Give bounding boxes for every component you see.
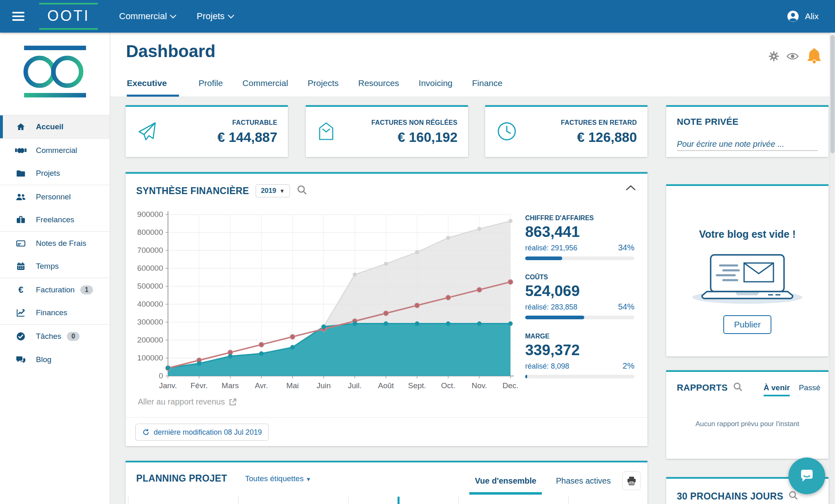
eye-icon[interactable]	[786, 52, 799, 62]
progress-bar	[525, 375, 634, 378]
labels-filter-dropdown[interactable]: Toutes étiquettes ▼	[245, 474, 311, 483]
search-icon[interactable]	[296, 184, 308, 197]
planning-tab-phases-actives[interactable]: Phases actives	[556, 476, 611, 495]
avatar	[787, 10, 799, 22]
printer-icon	[627, 476, 636, 486]
timeline-year-2021: 2021	[568, 497, 588, 504]
chevron-down-icon	[228, 12, 234, 18]
svg-text:Mai: Mai	[286, 381, 299, 390]
user-menu[interactable]: Alix	[787, 10, 819, 22]
tab-resources[interactable]: Resources	[358, 78, 399, 97]
svg-text:500000: 500000	[137, 282, 163, 290]
briefcase-icon	[15, 215, 27, 225]
stat-couts: COÛTS 524,069 réalisé: 283,85854%	[525, 274, 634, 319]
kpi-label: FACTURES NON RÉGLÉES	[342, 119, 457, 126]
laptop-mail-illustration	[688, 252, 806, 305]
users-icon	[15, 192, 27, 201]
comments-icon	[15, 355, 27, 364]
last-modified-badge: dernière modification 08 Jul 2019	[135, 424, 269, 441]
external-link-icon	[229, 398, 237, 406]
sidebar-item-commercial[interactable]: Commercial	[0, 139, 110, 162]
rapports-tab-passe[interactable]: Passé	[799, 383, 820, 396]
collapse-chevron-up-icon[interactable]	[625, 184, 636, 192]
nav-menu-commercial[interactable]: Commercial	[119, 11, 175, 22]
sidebar-item-finances[interactable]: Finances	[0, 301, 110, 325]
search-icon[interactable]	[733, 382, 743, 394]
clock-icon	[496, 120, 522, 144]
kpi-factures-en-retard-card[interactable]: FACTURES EN RETARD € 126,880	[485, 105, 647, 157]
timeline-year-2018: 2018	[238, 497, 257, 504]
sidebar-item-facturation[interactable]: € Facturation 1	[0, 278, 110, 301]
kpi-value: € 126,880	[522, 130, 637, 145]
svg-text:0: 0	[159, 371, 163, 380]
svg-text:900000: 900000	[137, 210, 163, 219]
dashboard-tabs: Executive Profile Commercial Projects Re…	[127, 78, 502, 97]
blog-card: Votre blog est vide ! Publier	[666, 184, 828, 356]
kpi-facturable-card[interactable]: FACTURABLE € 144,887	[126, 105, 288, 157]
search-icon[interactable]	[788, 490, 799, 502]
facturation-count-badge: 1	[80, 285, 93, 294]
sidebar-item-accueil[interactable]: Accueil	[0, 115, 110, 139]
svg-text:Mars: Mars	[222, 381, 239, 390]
progress-bar	[525, 256, 634, 260]
handshake-icon	[15, 146, 27, 155]
timeline-year-2017: 2017	[128, 497, 147, 504]
planning-timeline: 20172018201920202021	[126, 497, 647, 504]
kpi-value: € 160,192	[342, 130, 457, 145]
sidebar-item-blog[interactable]: Blog	[0, 348, 110, 371]
svg-text:100000: 100000	[137, 354, 163, 362]
ooti-dashboard: OOTI Commercial Projets Alix	[0, 0, 835, 504]
taches-count-badge: 0	[67, 332, 80, 341]
tab-invoicing[interactable]: Invoicing	[419, 78, 453, 97]
paper-plane-icon	[136, 120, 162, 144]
caret-down-icon: ▼	[306, 476, 311, 482]
sidebar-item-notes-de-frais[interactable]: Notes de Frais	[0, 232, 110, 255]
publier-button[interactable]: Publier	[723, 315, 771, 334]
note-privee-input[interactable]	[677, 138, 818, 151]
svg-text:Janv.: Janv.	[159, 381, 177, 390]
print-button[interactable]	[622, 471, 641, 490]
sidebar-menu: Accueil Commercial Projets Personnel Fre…	[0, 115, 110, 371]
planning-tab-vue-densemble[interactable]: Vue d'ensemble	[469, 476, 542, 495]
synthese-financiere-card: SYNTHÈSE FINANCIÈRE 2019▼ 01000002000003…	[126, 172, 647, 446]
tab-commercial[interactable]: Commercial	[243, 78, 288, 97]
tab-executive[interactable]: Executive	[127, 78, 179, 97]
folder-icon	[15, 168, 27, 178]
scrollbar-thumb[interactable]	[831, 35, 835, 153]
timeline-year-2019: 2019	[348, 497, 367, 504]
ooti-logo[interactable]: OOTI	[39, 3, 98, 30]
svg-text:300000: 300000	[137, 318, 163, 326]
revenue-report-link[interactable]: Aller au rapport revenus	[138, 397, 237, 407]
chat-fab-button[interactable]	[789, 458, 825, 494]
year-select[interactable]: 2019▼	[256, 184, 290, 197]
rapports-card: RAPPORTS À venir Passé Aucun rapport pré…	[666, 370, 828, 459]
timeline-year-2020: 2020	[458, 497, 477, 504]
hamburger-menu-icon[interactable]	[12, 10, 24, 23]
blog-empty-title: Votre blog est vide !	[666, 228, 828, 240]
svg-text:Nov.: Nov.	[472, 381, 487, 390]
sidebar-item-freelances[interactable]: Freelances	[0, 208, 110, 232]
tab-finance[interactable]: Finance	[472, 78, 503, 97]
planning-projet-card: PLANNING PROJET Toutes étiquettes ▼ Vue …	[126, 461, 647, 504]
envelope-icon	[316, 120, 342, 144]
tab-profile[interactable]: Profile	[199, 78, 223, 97]
sidebar-item-temps[interactable]: Temps	[0, 255, 110, 278]
home-icon	[15, 122, 27, 132]
settings-gear-icon[interactable]	[768, 51, 780, 64]
note-privee-title: NOTE PRIVÉE	[677, 117, 818, 127]
svg-text:600000: 600000	[137, 264, 163, 272]
progress-bar	[525, 316, 634, 319]
svg-text:Oct.: Oct.	[441, 381, 455, 390]
sidebar-item-projets[interactable]: Projets	[0, 162, 110, 185]
rapports-tab-a-venir[interactable]: À venir	[764, 383, 790, 396]
tab-projects[interactable]: Projects	[308, 78, 339, 97]
notifications-bell-icon[interactable]	[806, 47, 823, 67]
stat-marge: MARGE 339,372 réalisé: 8,0982%	[525, 333, 634, 378]
svg-text:200000: 200000	[137, 336, 163, 344]
chevron-down-icon	[170, 12, 177, 18]
kpi-factures-non-reglees-card[interactable]: FACTURES NON RÉGLÉES € 160,192	[306, 105, 468, 157]
nav-menu-projets[interactable]: Projets	[197, 11, 233, 22]
sidebar-item-personnel[interactable]: Personnel	[0, 185, 110, 208]
svg-text:Dec.: Dec.	[502, 381, 518, 390]
sidebar-item-taches[interactable]: Tâches 0	[0, 325, 110, 348]
